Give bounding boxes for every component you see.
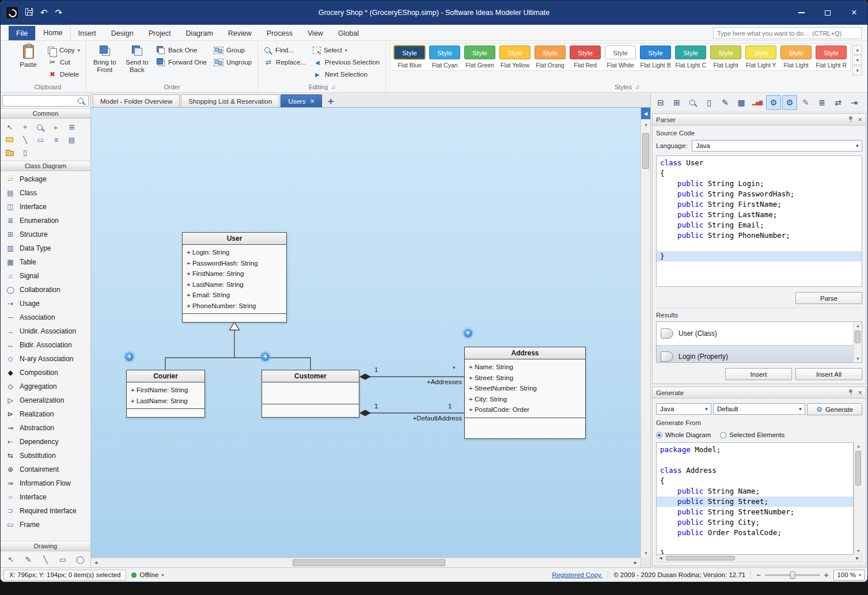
text-box-icon[interactable]: ▭	[35, 134, 46, 145]
generate-language-select[interactable]: Java ▼	[656, 403, 711, 415]
menu-tab-file[interactable]: File	[9, 26, 35, 40]
generator-icon[interactable]: ⚙	[782, 95, 797, 110]
scroll-down-icon[interactable]: ▼	[854, 355, 862, 362]
pan-icon[interactable]: +	[20, 122, 31, 132]
tool-item-signal[interactable]: ⌂Signal	[1, 269, 90, 283]
tool-item-frame[interactable]: ▭Frame	[1, 518, 90, 532]
previous-selection-button[interactable]: ◀Previous Selection	[311, 56, 381, 68]
style-button[interactable]: Style	[570, 46, 601, 59]
style-button[interactable]: Style	[675, 46, 706, 59]
bring-to-front-button[interactable]: Bring to Front	[90, 43, 119, 74]
document-icon[interactable]: ▯	[702, 95, 717, 110]
select-button[interactable]: Select▾	[311, 44, 381, 56]
style-flat-blue[interactable]: StyleFlat Blue	[392, 46, 427, 70]
add-element-badge[interactable]: +	[125, 353, 134, 361]
menu-tab-insert[interactable]: Insert	[71, 26, 104, 40]
menu-tab-view[interactable]: View	[300, 26, 331, 40]
style-button[interactable]: Style	[535, 46, 566, 59]
pin-icon[interactable]	[848, 389, 853, 396]
zoom-out-icon[interactable]: −	[756, 571, 761, 579]
tool-item-substitution[interactable]: ⇆Substitution	[1, 449, 90, 463]
generated-code-scrollbar[interactable]: ▲ ▼	[854, 442, 862, 555]
document-tab-model-folder-overview[interactable]: Model - Folder Overview	[93, 94, 180, 107]
tool-item-aggregation[interactable]: ◇Aggregation	[1, 380, 90, 393]
model-tree-icon[interactable]: ⊟	[653, 95, 668, 110]
layers-icon[interactable]: ≣	[814, 95, 829, 110]
delete-button[interactable]: ✖Delete	[46, 69, 82, 80]
collapse-panel-button[interactable]: ◀	[641, 108, 650, 119]
rows-icon[interactable]: ▤	[66, 134, 77, 145]
document-tab-users[interactable]: Users×	[281, 94, 322, 107]
style-flat-white[interactable]: StyleFlat White	[603, 46, 638, 70]
class-courier[interactable]: Courier + FirstName: String+ LastName: S…	[126, 370, 205, 418]
registered-copy-link[interactable]: Registered Copy.	[552, 571, 602, 578]
parse-button[interactable]: Parse	[795, 292, 862, 304]
style-button[interactable]: Style	[816, 46, 847, 59]
style-pen-icon[interactable]: ✎	[798, 95, 813, 110]
zoom-level-box[interactable]: 100 % ▾	[833, 570, 865, 581]
style-flat-light[interactable]: StyleFlat Light	[708, 46, 743, 70]
rectangle-icon[interactable]	[4, 134, 15, 145]
style-flat-orang[interactable]: StyleFlat Orang	[533, 46, 567, 70]
back-one-button[interactable]: Back One	[155, 44, 209, 56]
style-flat-light-r[interactable]: StyleFlat Light R	[814, 46, 848, 70]
tool-item-unidir-association[interactable]: →Unidir. Association	[1, 324, 90, 338]
insert-button[interactable]: Insert	[725, 368, 792, 380]
tool-item-abstraction[interactable]: ⇝Abstraction	[1, 421, 90, 435]
tool-item-containment[interactable]: ⊕Containment	[1, 463, 90, 476]
tool-item-bidir-association[interactable]: ↔Bidir. Association	[1, 338, 90, 352]
find-button[interactable]: Find...	[262, 44, 308, 56]
style-button[interactable]: Style	[605, 46, 636, 59]
generate-template-select[interactable]: Default ▼	[713, 403, 805, 415]
scroll-left-icon[interactable]: ◀	[657, 555, 665, 561]
send-to-back-button[interactable]: Send to Back	[123, 43, 151, 74]
style-flat-green[interactable]: StyleFlat Green	[463, 46, 497, 70]
tool-item-table[interactable]: ▦Table	[1, 255, 90, 269]
style-flat-light-b[interactable]: StyleFlat Light B	[638, 46, 673, 70]
style-flat-light[interactable]: StyleFlat Light	[779, 46, 813, 70]
menu-tab-design[interactable]: Design	[104, 26, 141, 40]
style-button[interactable]: Style	[780, 46, 812, 59]
cut-button[interactable]: ✂Cut	[46, 56, 82, 68]
scroll-right-icon[interactable]: ▶	[631, 558, 640, 567]
style-button[interactable]: Style	[464, 46, 495, 59]
style-button[interactable]: Style	[640, 46, 671, 59]
pen-icon[interactable]: ✎	[23, 554, 33, 564]
copy-button[interactable]: Copy▾	[46, 44, 82, 56]
gallery-more-icon[interactable]: ▼	[852, 66, 862, 75]
list-icon[interactable]: ≡	[51, 134, 62, 145]
scrollbar-thumb[interactable]	[642, 133, 649, 169]
class-customer[interactable]: Customer	[261, 370, 359, 418]
results-scrollbar[interactable]: ▲ ▼	[853, 322, 862, 362]
scrollbar-thumb[interactable]	[666, 556, 735, 560]
tool-item-collaboration[interactable]: ◯Collaboration	[1, 283, 90, 297]
tool-item-information-flow[interactable]: ⇒Information Flow	[1, 476, 90, 490]
chart-icon[interactable]: ▂▅▇	[750, 95, 765, 110]
style-flat-yellow[interactable]: StyleFlat Yellow	[498, 46, 532, 70]
tool-item-class[interactable]: ▤Class	[1, 186, 90, 200]
result-item[interactable]: User (Class)	[657, 322, 853, 345]
tool-item-interface[interactable]: ○Interface	[1, 490, 90, 504]
parser-icon[interactable]: ⚙	[766, 95, 781, 110]
scroll-up-icon[interactable]: ▲	[854, 322, 862, 329]
replace-button[interactable]: ⇄Replace...	[262, 56, 308, 68]
class-address[interactable]: Address + Name: String+ Street: String+ …	[464, 347, 586, 439]
menu-tab-global[interactable]: Global	[331, 26, 366, 40]
connection-status[interactable]: Offline ▾	[131, 571, 164, 578]
style-button[interactable]: Style	[710, 46, 741, 59]
command-search-box[interactable]	[713, 27, 862, 39]
folder-icon[interactable]	[4, 147, 15, 158]
grid-icon[interactable]: ⊞	[66, 122, 77, 132]
menu-tab-diagram[interactable]: Diagram	[179, 26, 221, 40]
command-search-input[interactable]	[717, 30, 858, 37]
scroll-left-icon[interactable]: ◀	[91, 558, 101, 567]
class-user[interactable]: User + Login: String+ PasswordHash: Stri…	[182, 232, 287, 323]
tool-item-data-type[interactable]: ▥Data Type	[1, 241, 90, 255]
next-selection-button[interactable]: ▶Next Selection	[311, 69, 381, 80]
zoom-track[interactable]	[765, 574, 820, 576]
panel-close-icon[interactable]: ×	[858, 389, 862, 396]
find-tool-icon[interactable]	[685, 95, 700, 110]
insert-all-button[interactable]: Insert All	[795, 368, 862, 380]
style-button[interactable]: Style	[394, 46, 425, 59]
tool-item-structure[interactable]: ⊞Structure	[1, 228, 90, 241]
